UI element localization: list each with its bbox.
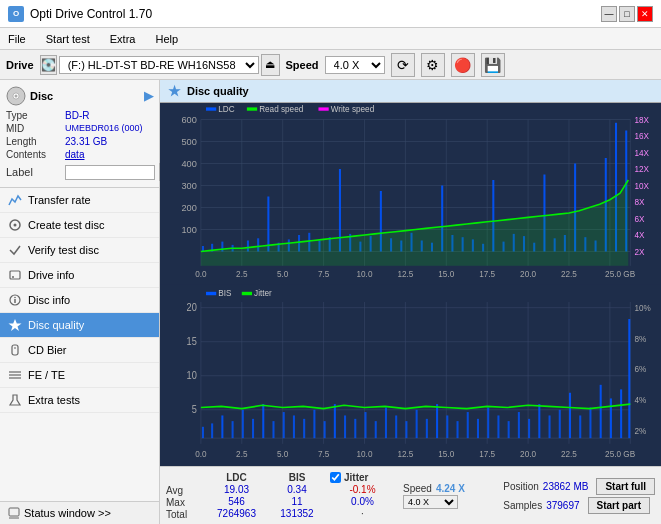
svg-text:10: 10 [187,369,198,381]
bis-header: BIS [289,472,306,483]
sidebar-item-transfer-rate[interactable]: Transfer rate [0,188,159,213]
title-bar-left: O Opti Drive Control 1.70 [8,6,152,22]
avg-jitter: -0.1% [330,484,395,495]
save-button[interactable]: 💾 [481,53,505,77]
svg-rect-157 [252,418,254,437]
svg-text:0.0: 0.0 [195,269,207,279]
svg-rect-172 [405,421,407,438]
svg-text:6X: 6X [634,214,644,224]
sidebar-item-drive-info[interactable]: Drive info [0,263,159,288]
svg-rect-188 [569,392,571,437]
disc-quality-header-icon: ★ [168,83,181,99]
svg-text:15: 15 [187,335,197,347]
speed-stat-select[interactable]: 4.0 X [403,495,458,509]
sidebar: Disc ▶ Type BD-R MID UMEBDR016 (000) Len… [0,80,160,524]
extra-tests-icon [8,393,22,407]
svg-text:5.0: 5.0 [277,269,289,279]
svg-text:10%: 10% [634,302,651,313]
svg-rect-166 [344,415,346,438]
nav-create-test-disc-label: Create test disc [28,219,104,231]
svg-rect-186 [549,415,551,438]
svg-text:2.5: 2.5 [236,449,248,460]
sidebar-item-extra-tests[interactable]: Extra tests [0,388,159,413]
type-value: BD-R [65,110,89,121]
close-button[interactable]: ✕ [637,6,653,22]
sidebar-item-fe-te[interactable]: FE / TE [0,363,159,388]
svg-rect-155 [232,421,234,438]
svg-text:BIS: BIS [218,287,231,298]
label-label: Label [6,166,61,178]
svg-rect-194 [628,319,630,438]
content-area: ★ Disc quality [160,80,661,524]
menu-file[interactable]: File [4,32,30,46]
menu-extra[interactable]: Extra [106,32,140,46]
eject-button[interactable]: ⏏ [261,54,280,76]
svg-text:12X: 12X [634,164,649,174]
svg-text:400: 400 [181,157,196,168]
max-jitter: 0.0% [330,496,395,507]
status-window-button[interactable]: Status window >> [0,501,159,524]
nav-cd-bier-label: CD Bier [28,344,67,356]
nav-drive-info-label: Drive info [28,269,74,281]
label-input[interactable] [65,165,155,180]
contents-value[interactable]: data [65,149,84,160]
app-icon: O [8,6,24,22]
sidebar-item-disc-quality[interactable]: Disc quality [0,313,159,338]
svg-rect-156 [242,409,244,437]
svg-rect-11 [12,345,18,355]
jitter-checkbox[interactable] [330,472,341,483]
svg-text:7.5: 7.5 [318,449,330,460]
total-bis: 131352 [280,508,313,519]
nav-disc-info-label: Disc info [28,294,70,306]
svg-rect-159 [272,421,274,438]
bis-chart-svg: 20 15 10 5 10% 8% 6% 4% 2% 0.0 2.5 5.0 7… [160,285,661,467]
svg-rect-179 [477,418,479,437]
avg-label: Avg [166,485,201,496]
svg-rect-191 [600,384,602,437]
samples-value: 379697 [546,500,579,511]
title-controls: — □ ✕ [601,6,653,22]
speed-select[interactable]: 4.0 X [325,56,385,74]
svg-marker-10 [9,319,22,331]
speed-stat-value: 4.24 X [436,483,465,494]
samples-label: Samples [503,500,542,511]
menu-help[interactable]: Help [151,32,182,46]
maximize-button[interactable]: □ [619,6,635,22]
fe-te-icon [8,368,22,382]
svg-text:200: 200 [181,201,196,212]
burn-button[interactable]: 🔴 [451,53,475,77]
speed-label: Speed [286,59,319,71]
svg-rect-182 [508,421,510,438]
svg-rect-163 [313,409,315,437]
start-full-button[interactable]: Start full [596,478,655,495]
menu-start-test[interactable]: Start test [42,32,94,46]
drive-select[interactable]: (F:) HL-DT-ST BD-RE WH16NS58 TST4 [59,56,259,74]
svg-rect-164 [324,421,326,438]
svg-text:5: 5 [192,403,197,415]
svg-text:Write speed: Write speed [331,104,375,114]
svg-rect-189 [579,415,581,438]
svg-rect-170 [385,407,387,438]
svg-rect-183 [518,412,520,438]
charts-wrapper: 600 500 400 300 200 100 18X 16X 14X 12X … [160,103,661,466]
svg-text:14X: 14X [634,148,649,158]
sidebar-item-create-test-disc[interactable]: Create test disc [0,213,159,238]
nav-extra-tests-label: Extra tests [28,394,80,406]
start-part-button[interactable]: Start part [588,497,650,514]
sidebar-item-disc-info[interactable]: Disc info [0,288,159,313]
minimize-button[interactable]: — [601,6,617,22]
sidebar-item-verify-test-disc[interactable]: Verify test disc [0,238,159,263]
svg-rect-185 [538,404,540,438]
svg-rect-165 [334,404,336,438]
drive-info-icon [8,268,22,282]
refresh-button[interactable]: ⟳ [391,53,415,77]
svg-text:22.5: 22.5 [561,449,577,460]
disc-expand-icon[interactable]: ▶ [144,89,153,103]
svg-rect-162 [303,418,305,437]
svg-rect-161 [293,415,295,438]
svg-text:500: 500 [181,135,196,146]
sidebar-item-cd-bier[interactable]: CD Bier [0,338,159,363]
settings-button[interactable]: ⚙ [421,53,445,77]
svg-point-9 [14,297,16,299]
nav-fe-te-label: FE / TE [28,369,65,381]
